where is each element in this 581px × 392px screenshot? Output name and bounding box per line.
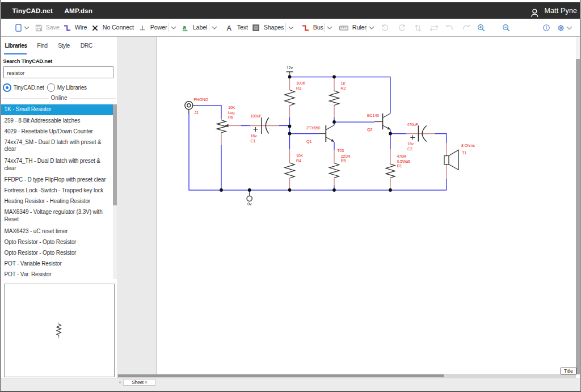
svg-text:ZTX650: ZTX650 <box>306 125 321 130</box>
svg-text:T03: T03 <box>337 148 344 153</box>
svg-text:Q1: Q1 <box>306 139 311 144</box>
svg-text:Q2: Q2 <box>367 127 372 132</box>
svg-text:T1: T1 <box>462 150 466 155</box>
svg-text:J1: J1 <box>195 110 199 115</box>
svg-text:0v: 0v <box>247 201 252 206</box>
svg-text:16v: 16v <box>251 133 258 138</box>
svg-text:PHONO: PHONO <box>194 97 209 102</box>
svg-text:100uF: 100uF <box>251 113 262 119</box>
svg-text:R2: R2 <box>341 86 346 91</box>
svg-text:16v: 16v <box>407 141 414 146</box>
svg-text:R5: R5 <box>341 158 346 163</box>
svg-text:C2: C2 <box>407 146 412 151</box>
svg-text:R4: R4 <box>296 158 301 163</box>
svg-text:470uF: 470uF <box>407 122 418 127</box>
svg-text:BC140: BC140 <box>367 113 379 118</box>
svg-text:12v: 12v <box>287 65 293 70</box>
svg-text:R1: R1 <box>397 163 402 168</box>
svg-text:C1: C1 <box>251 138 256 144</box>
svg-text:R3: R3 <box>296 86 301 91</box>
svg-text:R6: R6 <box>228 115 233 120</box>
svg-text:8 Ohms: 8 Ohms <box>461 143 475 148</box>
